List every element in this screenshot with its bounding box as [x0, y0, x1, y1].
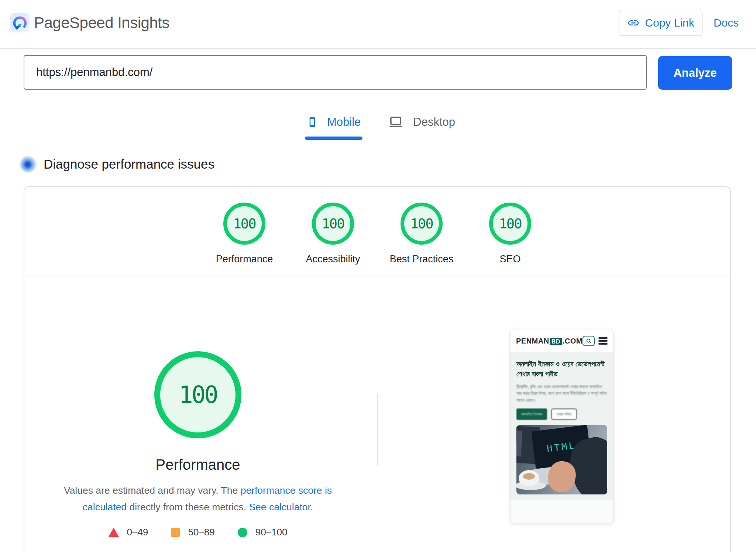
brand-prefix: Penman — [516, 337, 549, 345]
tab-mobile[interactable]: Mobile — [306, 111, 361, 133]
legend-item-fail: 0–49 — [109, 527, 148, 538]
vertical-divider — [377, 394, 378, 466]
preview-heading: অনলাইন ইনকাম ও ওয়েব ডেভেলপমেন্ট শেখার ব… — [516, 359, 607, 379]
page: PageSpeed Insights Copy Link Docs Analyz… — [0, 0, 756, 552]
gauge-circle: 100 — [223, 203, 265, 245]
gauge-score: 100 — [410, 216, 433, 232]
copy-link-label: Copy Link — [645, 17, 694, 29]
smartphone-icon — [306, 113, 318, 131]
orange-square-icon — [171, 528, 180, 537]
gauge-score: 100 — [233, 216, 256, 232]
report-card: 100 Performance 100 Accessibility 100 Be… — [24, 186, 731, 552]
performance-description: Values are estimated and may vary. The p… — [54, 482, 342, 515]
tab-desktop[interactable]: Desktop — [387, 111, 455, 133]
preview-buttons: অনলাইন ইনকাম ওয়েব গাইড — [516, 408, 607, 420]
brand-suffix: .com — [563, 337, 583, 345]
gauge-label: Performance — [216, 253, 273, 265]
active-tab-indicator — [305, 137, 362, 140]
see-calculator-link[interactable]: See calculator. — [249, 501, 313, 513]
preview-paragraph: ফ্রিল্যান্সিং, ব্লগিং এবং ওয়েব ডেভেলপমে… — [516, 383, 607, 404]
tab-mobile-label: Mobile — [327, 115, 361, 129]
preview-header: PenmanBD.com — [511, 330, 613, 352]
preview-secondary-button: ওয়েব গাইড — [551, 408, 577, 420]
gauge-score: 100 — [499, 216, 522, 232]
red-triangle-icon — [109, 528, 119, 537]
laptop-icon — [387, 114, 404, 130]
tab-desktop-label: Desktop — [413, 115, 455, 129]
diagnose-heading: Diagnose performance issues — [44, 155, 214, 173]
score-legend: 0–49 50–89 90–100 — [54, 527, 342, 538]
brand-badge: BD — [550, 338, 562, 345]
legend-range: 90–100 — [255, 527, 288, 538]
pagespeed-logo-icon — [10, 13, 30, 32]
gauge-seo[interactable]: 100 SEO — [466, 203, 554, 265]
preview-footer — [511, 500, 613, 523]
preview-hero: অনলাইন ইনকাম ও ওয়েব ডেভেলপমেন্ট শেখার ব… — [511, 352, 613, 500]
docs-link[interactable]: Docs — [714, 10, 739, 36]
gauge-circle: 100 — [312, 203, 354, 245]
preview-menu-icon — [598, 337, 608, 345]
gauge-performance[interactable]: 100 Performance — [200, 203, 289, 265]
preview-site-logo: PenmanBD.com — [516, 337, 583, 345]
green-circle-icon — [238, 528, 247, 537]
gauge-circle: 100 — [489, 203, 531, 245]
gauge-best-practices[interactable]: 100 Best Practices — [377, 203, 466, 265]
analyze-button[interactable]: Analyze — [658, 56, 732, 90]
diagnose-sparkle-icon — [20, 156, 37, 173]
copy-link-button[interactable]: Copy Link — [619, 10, 702, 36]
device-tabs: Mobile Desktop — [306, 111, 455, 133]
gauge-label: SEO — [499, 253, 520, 265]
description-text: Values are estimated and may vary. The — [64, 485, 241, 496]
performance-section-title: Performance — [124, 456, 272, 473]
performance-main-score: 100 — [179, 381, 217, 408]
gauge-label: Accessibility — [306, 253, 360, 265]
page-title: PageSpeed Insights — [34, 13, 169, 33]
page-screenshot-thumbnail: PenmanBD.com অনলাইন ইনকাম ও ওয়েব ডেভেলপ… — [510, 330, 614, 523]
preview-search-icon — [583, 336, 595, 346]
header-divider — [0, 48, 756, 49]
section-divider — [24, 276, 730, 276]
legend-item-average: 50–89 — [171, 527, 214, 538]
gauge-score: 100 — [322, 216, 344, 232]
legend-item-pass: 90–100 — [238, 527, 288, 538]
url-input[interactable] — [24, 55, 647, 90]
legend-range: 0–49 — [127, 527, 148, 538]
link-icon — [627, 17, 640, 29]
legend-range: 50–89 — [188, 527, 214, 538]
preview-primary-button: অনলাইন ইনকাম — [516, 408, 547, 420]
score-summary: 100 Performance 100 Accessibility 100 Be… — [24, 203, 730, 265]
gauge-label: Best Practices — [390, 253, 454, 265]
description-text: directly from these metrics. — [127, 501, 249, 513]
gauge-circle: 100 — [401, 203, 443, 245]
preview-hero-photo: HTML — [516, 425, 607, 494]
performance-main-gauge: 100 — [154, 351, 241, 438]
gauge-accessibility[interactable]: 100 Accessibility — [289, 203, 377, 265]
